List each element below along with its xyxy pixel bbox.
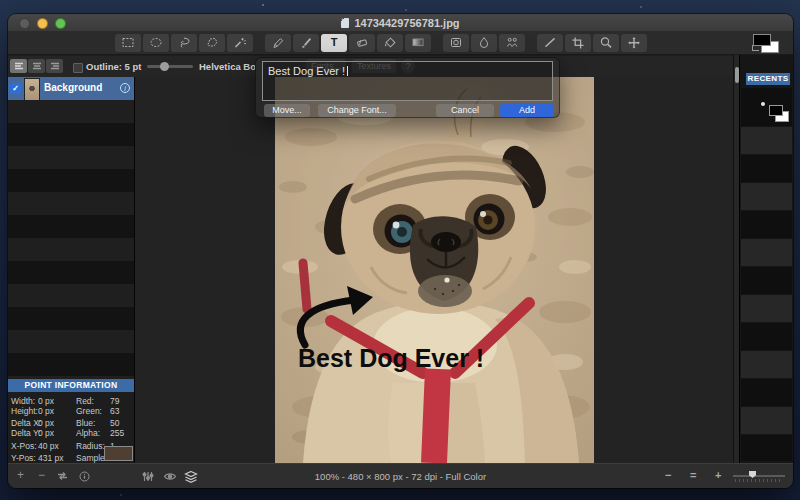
tool-line[interactable] (537, 34, 563, 52)
visibility-eye-icon[interactable] (163, 471, 177, 485)
field-label: Alpha: (76, 428, 100, 438)
align-left-button[interactable] (10, 59, 27, 73)
tool-zoom[interactable] (593, 34, 619, 52)
tool-eraser[interactable] (349, 34, 375, 52)
recent-item[interactable] (741, 88, 792, 126)
field-value: 0 px (38, 428, 54, 438)
tool-ellipse-select[interactable] (143, 34, 169, 52)
title-bar[interactable]: 14734429756781.jpg (8, 14, 793, 32)
canvas-area[interactable]: Best Dog Ever ! (135, 77, 733, 463)
color-well[interactable] (753, 34, 779, 52)
field-value: 79 (110, 396, 119, 406)
outline-slider-knob[interactable] (160, 62, 169, 71)
move-button[interactable]: Move... (264, 104, 310, 117)
field-label: X-Pos: (11, 441, 37, 451)
recent-slot[interactable] (741, 211, 792, 238)
empty-layer-rows (8, 100, 134, 379)
desktop-star (640, 6, 642, 8)
field-value: 50 (110, 418, 119, 428)
tool-gradient[interactable] (405, 34, 431, 52)
zoom-actual-button[interactable]: = (690, 469, 696, 481)
tool-text[interactable]: T (321, 34, 347, 52)
text-entry-value: Best Dog Ever ! (268, 65, 345, 77)
tool-move[interactable] (621, 34, 647, 52)
outline-checkbox[interactable] (73, 63, 83, 73)
field-label: Radius: (76, 441, 105, 451)
field-label: Y-Pos: (11, 453, 36, 463)
recent-slot[interactable] (741, 379, 792, 406)
layer-row-background[interactable]: ✓ Background i (8, 77, 134, 100)
tool-bucket[interactable] (377, 34, 403, 52)
recent-color-pair-icon (769, 105, 783, 116)
tool-brush[interactable] (293, 34, 319, 52)
align-right-button[interactable] (46, 59, 63, 73)
zoom-window-button[interactable] (55, 18, 66, 29)
close-button[interactable] (19, 18, 30, 29)
field-label: Delta X: (11, 418, 41, 428)
layers-stack-icon[interactable] (184, 470, 198, 486)
layer-info-icon[interactable]: i (120, 83, 130, 93)
recent-slot[interactable] (741, 267, 792, 294)
tool-lasso[interactable] (171, 34, 197, 52)
field-value: 0 px (38, 396, 54, 406)
image-document[interactable]: Best Dog Ever ! (275, 77, 594, 463)
tool-polygon-select[interactable] (199, 34, 225, 52)
desktop-star (120, 494, 122, 496)
recent-slot[interactable] (741, 127, 792, 154)
zoom-slider[interactable] (733, 473, 785, 482)
recent-slot[interactable] (741, 323, 792, 350)
recents-panel: RECENTS (739, 55, 793, 463)
field-label: Red: (76, 396, 94, 406)
channels-icon[interactable] (142, 471, 154, 485)
layer-visibility-checkbox[interactable]: ✓ (10, 83, 21, 94)
desktop-star (262, 4, 264, 6)
tool-magic-wand[interactable] (227, 34, 253, 52)
field-label: Width: (11, 396, 35, 406)
outline-slider[interactable] (147, 65, 193, 68)
change-font-button[interactable]: Change Font... (318, 104, 396, 117)
align-center-button[interactable] (28, 59, 45, 73)
recents-header: RECENTS (746, 73, 790, 85)
recent-slot[interactable] (741, 407, 792, 434)
text-entry-field[interactable]: Best Dog Ever ! (262, 61, 553, 101)
recent-slot[interactable] (741, 183, 792, 210)
recent-slot[interactable] (741, 435, 792, 461)
foreground-color-swatch[interactable] (753, 34, 771, 46)
add-layer-button[interactable]: + (17, 469, 24, 482)
field-value: 63 (110, 406, 119, 416)
field-label: Blue: (76, 418, 95, 428)
pug-photo: Best Dog Ever ! (275, 77, 594, 463)
remove-layer-button[interactable]: − (38, 469, 45, 482)
desktop-star (405, 9, 407, 11)
recent-dot-icon (761, 102, 765, 106)
recent-slot[interactable] (741, 155, 792, 182)
layers-panel: ✓ Background i POINT INFORMATION Width: … (8, 77, 135, 463)
recent-slot[interactable] (741, 295, 792, 322)
field-value: 431 px (38, 453, 64, 463)
image-text-annotation: Best Dog Ever ! (298, 344, 484, 372)
status-bar: + − 100% - 480 × 800 px - 72 dpi - Full … (8, 463, 793, 488)
reorder-layer-icon[interactable] (56, 471, 69, 484)
status-text: 100% - 480 × 800 px - 72 dpi - Full Colo… (315, 471, 486, 482)
font-name-label: Helvetica Bold (199, 61, 255, 72)
tool-rect-select[interactable] (115, 34, 141, 52)
zoom-out-button[interactable]: − (665, 469, 671, 481)
tool-crop[interactable] (565, 34, 591, 52)
tool-effects[interactable] (499, 34, 525, 52)
zoom-slider-track (733, 475, 785, 477)
tool-bar: T (8, 31, 793, 55)
tool-smudge[interactable] (471, 34, 497, 52)
tool-pencil[interactable] (265, 34, 291, 52)
recent-slot[interactable] (741, 351, 792, 378)
tool-clone[interactable] (443, 34, 469, 52)
zoom-in-button[interactable]: + (715, 469, 721, 481)
field-value: 40 px (38, 441, 59, 451)
window-title: 14734429756781.jpg (354, 17, 459, 29)
outline-label: Outline: 5 pt (86, 61, 141, 72)
layer-info-button[interactable] (79, 471, 90, 485)
add-button[interactable]: Add (500, 104, 554, 117)
text-tool-dialog: Best Dog Ever ! Move... Change Font... C… (255, 57, 560, 118)
recent-slot[interactable] (741, 239, 792, 266)
cancel-button[interactable]: Cancel (436, 104, 494, 117)
minimize-button[interactable] (37, 18, 48, 29)
